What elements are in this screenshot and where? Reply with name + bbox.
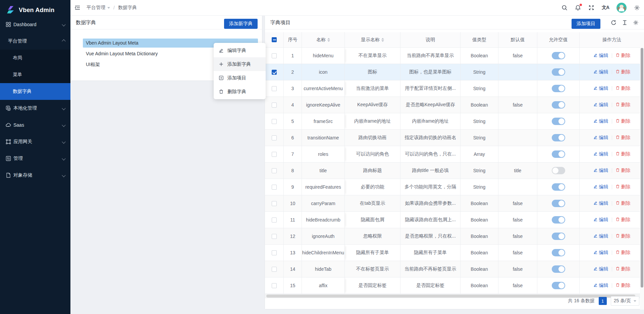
trash-icon: [615, 151, 620, 157]
sidebar-item-2[interactable]: 本地化管理: [0, 100, 70, 117]
sidebar-subitem-2[interactable]: 数据字典: [0, 83, 70, 100]
row-checkbox[interactable]: [272, 185, 277, 190]
row-checkbox[interactable]: [272, 86, 277, 91]
edit-button[interactable]: 编辑: [593, 85, 608, 91]
page-number-button[interactable]: 1: [599, 297, 607, 305]
sidebar-item-3[interactable]: Saas: [0, 117, 70, 133]
delete-button[interactable]: 删除: [615, 184, 631, 190]
sidebar-subitem-0[interactable]: 布局: [0, 50, 70, 66]
delete-button[interactable]: 删除: [615, 69, 631, 75]
delete-button[interactable]: 删除: [615, 282, 631, 289]
refresh-icon[interactable]: [611, 20, 616, 25]
row-checkbox[interactable]: [272, 168, 277, 173]
sort-carets[interactable]: [381, 38, 384, 42]
edit-button[interactable]: 编辑: [593, 53, 608, 59]
row-checkbox[interactable]: [272, 201, 277, 206]
row-checkbox[interactable]: [272, 250, 277, 255]
delete-button[interactable]: 删除: [615, 85, 631, 91]
edit-button[interactable]: 编辑: [593, 233, 608, 239]
row-checkbox[interactable]: [272, 234, 277, 239]
allow-empty-toggle[interactable]: [552, 183, 565, 191]
context-menu-item-0[interactable]: 编辑字典: [214, 44, 266, 57]
allow-empty-toggle[interactable]: [552, 249, 565, 256]
row-height-icon[interactable]: [622, 20, 628, 25]
row-checkbox[interactable]: [272, 152, 277, 157]
edit-button[interactable]: 编辑: [593, 250, 608, 256]
row-checkbox[interactable]: [272, 70, 277, 75]
context-menu-item-1[interactable]: 添加新字典: [214, 57, 266, 71]
vertical-scrollbar-thumb[interactable]: [641, 48, 643, 288]
allow-empty-toggle[interactable]: [552, 68, 565, 76]
page-size-select[interactable]: 25 条/页: [611, 296, 639, 306]
sidebar-item-0[interactable]: Dashboard: [0, 16, 70, 33]
delete-button[interactable]: 删除: [615, 135, 631, 141]
delete-button[interactable]: 删除: [615, 200, 631, 206]
column-settings-gear-icon[interactable]: [633, 20, 639, 25]
sort-carets[interactable]: [327, 38, 330, 42]
col-name[interactable]: 名称: [302, 32, 345, 48]
translate-icon[interactable]: 文A: [602, 5, 609, 11]
search-icon[interactable]: [561, 5, 568, 11]
row-checkbox[interactable]: [272, 119, 277, 124]
edit-button[interactable]: 编辑: [593, 200, 608, 206]
add-dict-button[interactable]: 添加新字典: [224, 19, 258, 29]
add-item-button[interactable]: 添加项目: [572, 19, 600, 29]
delete-button[interactable]: 删除: [615, 266, 631, 272]
delete-button[interactable]: 删除: [615, 250, 631, 256]
sidebar-item-4[interactable]: 应用网关: [0, 133, 70, 150]
edit-button[interactable]: 编辑: [593, 217, 608, 223]
notification-bell-icon[interactable]: [575, 5, 581, 11]
allow-empty-toggle[interactable]: [552, 167, 565, 174]
edit-button[interactable]: 编辑: [593, 135, 608, 141]
allow-empty-toggle[interactable]: [552, 282, 565, 289]
edit-button[interactable]: 编辑: [593, 118, 608, 124]
sidebar-collapse-icon[interactable]: [74, 5, 80, 11]
allow-empty-toggle[interactable]: [552, 265, 565, 273]
allow-empty-toggle[interactable]: [552, 118, 565, 125]
edit-button[interactable]: 编辑: [593, 266, 608, 272]
fullscreen-icon[interactable]: [588, 5, 594, 11]
col-display-name[interactable]: 显示名称: [345, 32, 400, 48]
context-menu-item-3[interactable]: 删除字典: [214, 85, 266, 99]
breadcrumb-item-dict[interactable]: 数据字典: [118, 5, 137, 11]
edit-button[interactable]: 编辑: [593, 151, 608, 157]
allow-empty-toggle[interactable]: [552, 150, 565, 158]
row-checkbox[interactable]: [272, 217, 277, 223]
sidebar-item-5[interactable]: 管理: [0, 150, 70, 167]
delete-button[interactable]: 删除: [615, 102, 631, 108]
allow-empty-toggle[interactable]: [552, 233, 565, 240]
allow-empty-toggle[interactable]: [552, 200, 565, 207]
row-checkbox[interactable]: [272, 53, 277, 58]
row-checkbox[interactable]: [272, 103, 277, 108]
delete-button[interactable]: 删除: [615, 233, 631, 239]
row-checkbox[interactable]: [272, 283, 277, 288]
allow-empty-toggle[interactable]: [552, 101, 565, 109]
breadcrumb-item-platform[interactable]: 平台管理: [87, 5, 110, 11]
display-name-cell: 不在菜单显示: [345, 48, 400, 64]
select-all-checkbox[interactable]: [272, 37, 277, 42]
display-name-cell: 路由标题: [345, 163, 400, 179]
row-checkbox[interactable]: [272, 267, 277, 272]
delete-button[interactable]: 删除: [615, 168, 631, 174]
edit-button[interactable]: 编辑: [593, 282, 608, 289]
allow-empty-toggle[interactable]: [552, 52, 565, 59]
settings-gear-icon[interactable]: [634, 5, 640, 11]
sidebar-subitem-1[interactable]: 菜单: [0, 66, 70, 83]
edit-button[interactable]: 编辑: [593, 69, 608, 75]
delete-label: 删除: [621, 217, 631, 223]
sidebar-item-1[interactable]: 平台管理: [0, 33, 70, 50]
sidebar-item-6[interactable]: 对象存储: [0, 167, 70, 184]
delete-button[interactable]: 删除: [615, 217, 631, 223]
allow-empty-toggle[interactable]: [552, 85, 565, 92]
delete-button[interactable]: 删除: [615, 118, 631, 124]
edit-button[interactable]: 编辑: [593, 168, 608, 174]
context-menu-item-2[interactable]: 添加项目: [214, 71, 266, 85]
allow-empty-toggle[interactable]: [552, 134, 565, 141]
delete-button[interactable]: 删除: [615, 151, 631, 157]
row-checkbox[interactable]: [272, 135, 277, 140]
delete-button[interactable]: 删除: [615, 53, 631, 59]
edit-button[interactable]: 编辑: [593, 102, 608, 108]
allow-empty-toggle[interactable]: [552, 216, 565, 224]
avatar[interactable]: [616, 3, 627, 13]
edit-button[interactable]: 编辑: [593, 184, 608, 190]
